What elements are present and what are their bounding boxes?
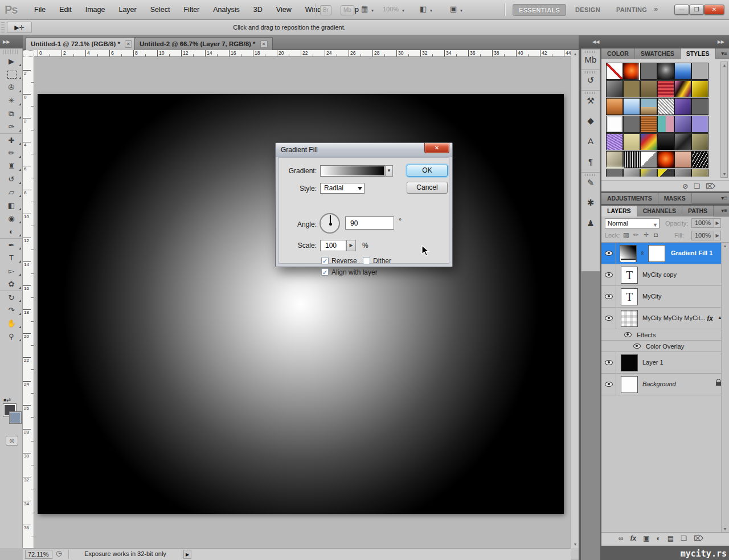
style-swatch[interactable] xyxy=(674,80,691,97)
tab-swatches[interactable]: SWATCHES xyxy=(635,48,681,59)
menu-item[interactable]: Analysis xyxy=(206,0,247,19)
document-tab-2[interactable]: Untitled-2 @ 66.7% (Layer 7, RGB/8) *✕ xyxy=(134,37,273,50)
style-swatch[interactable] xyxy=(623,151,640,168)
tools-dock-collapse[interactable]: ▶▶ xyxy=(0,35,23,48)
path-selection-tool[interactable]: ▻ xyxy=(0,264,23,277)
tab-layers[interactable]: LAYERS xyxy=(601,206,637,216)
clone-stamp-tool[interactable]: ♜ xyxy=(0,160,23,173)
visibility-toggle[interactable] xyxy=(601,374,616,395)
gradient-fill-thumbnail[interactable] xyxy=(620,245,637,262)
visibility-toggle[interactable] xyxy=(601,243,616,264)
fill-value[interactable]: 100% xyxy=(691,231,714,240)
style-swatch[interactable] xyxy=(674,98,691,115)
custom-shape-tool[interactable]: ✿ xyxy=(0,277,23,291)
style-swatch[interactable] xyxy=(606,63,623,80)
menu-item[interactable]: Image xyxy=(79,0,112,19)
gradient-preview-well[interactable] xyxy=(320,165,385,177)
rectangular-marquee-tool[interactable] xyxy=(0,68,23,81)
style-swatch[interactable] xyxy=(623,63,640,80)
tab-close-icon[interactable]: ✕ xyxy=(125,40,132,48)
style-swatch[interactable] xyxy=(691,98,708,115)
history-panel-icon[interactable]: ↺ xyxy=(581,70,600,90)
new-style-button[interactable]: ❏ xyxy=(694,181,700,192)
scroll-down-icon[interactable]: ▼ xyxy=(571,542,579,546)
menu-item[interactable]: Edit xyxy=(52,0,79,19)
layer-name[interactable]: Layer 1 xyxy=(642,359,664,366)
vertical-scrollbar[interactable]: ▲ ▼ xyxy=(571,50,579,548)
style-swatch[interactable] xyxy=(691,63,708,80)
zoom-caret-icon[interactable]: ▾ xyxy=(402,8,404,13)
angle-dial[interactable] xyxy=(320,213,340,234)
brushes-panel-icon[interactable]: ✎ xyxy=(581,172,600,193)
style-swatch[interactable] xyxy=(674,63,691,80)
layer-style-button[interactable]: fx xyxy=(630,533,637,544)
style-swatch[interactable] xyxy=(640,151,657,168)
layers-scrollbar[interactable]: ▲ ▼ xyxy=(721,243,729,532)
style-swatch[interactable] xyxy=(640,80,657,97)
style-swatch[interactable] xyxy=(606,80,623,97)
background-color-swatch[interactable] xyxy=(10,412,21,423)
scroll-down-icon[interactable]: ▼ xyxy=(721,527,729,531)
style-swatch[interactable] xyxy=(606,98,623,115)
tab-adjustments[interactable]: ADJUSTMENTS xyxy=(601,193,658,204)
style-swatch[interactable] xyxy=(674,116,691,133)
zoom-level-button[interactable]: 100% xyxy=(383,6,399,13)
style-swatch[interactable] xyxy=(657,116,674,133)
style-swatch[interactable] xyxy=(606,133,623,150)
lock-transparency-icon[interactable]: ▨ xyxy=(623,231,629,239)
style-swatch[interactable] xyxy=(657,80,674,97)
layer-row-mycity-fx[interactable]: MyCity MyCity MyCit... fx ▲ xyxy=(601,308,729,329)
paragraph-panel-icon[interactable]: ¶ xyxy=(581,152,600,172)
style-swatch[interactable] xyxy=(691,169,708,177)
quick-selection-tool[interactable]: ✳ xyxy=(0,94,23,107)
visibility-toggle[interactable] xyxy=(601,264,616,285)
layer-fx-icon[interactable]: fx xyxy=(707,314,713,322)
layer-row-gradient-fill-1[interactable]: ∞ Gradient Fill 1 xyxy=(601,243,729,264)
tab-color[interactable]: COLOR xyxy=(601,48,635,59)
style-swatch[interactable] xyxy=(657,151,674,168)
style-swatch[interactable] xyxy=(623,116,640,133)
panel-menu-icon[interactable]: ▾≡ xyxy=(721,207,727,214)
visibility-toggle[interactable] xyxy=(601,286,616,307)
arrange-documents-icon[interactable]: ◧ xyxy=(420,5,427,13)
style-swatch[interactable] xyxy=(606,151,623,168)
transparent-layer-thumbnail[interactable] xyxy=(621,310,638,327)
cancel-button[interactable]: Cancel xyxy=(407,182,448,194)
style-swatch[interactable] xyxy=(657,169,674,177)
style-swatch[interactable] xyxy=(657,133,674,150)
color-overlay-label[interactable]: Color Overlay xyxy=(646,343,684,350)
dock-collapse-icon[interactable]: ◀◀ xyxy=(592,35,599,48)
style-swatch[interactable] xyxy=(623,80,640,97)
visibility-toggle[interactable] xyxy=(633,343,644,350)
style-swatch[interactable] xyxy=(657,98,674,115)
lock-pixels-icon[interactable]: ✏ xyxy=(633,231,638,239)
3d-orbit-tool[interactable]: ↷ xyxy=(0,304,23,317)
scale-input[interactable] xyxy=(320,240,346,251)
delete-style-button[interactable]: ⌦ xyxy=(706,181,715,192)
fill-chevron[interactable]: ▶ xyxy=(714,231,721,240)
tab-paths[interactable]: PATHS xyxy=(682,206,714,216)
menu-item[interactable]: View xyxy=(269,0,298,19)
ruler-origin-corner[interactable] xyxy=(23,50,34,57)
effects-label[interactable]: Effects xyxy=(637,332,656,338)
style-swatch[interactable] xyxy=(640,133,657,150)
dock-expand-icon[interactable]: ▶▶ xyxy=(718,35,724,48)
style-swatch[interactable] xyxy=(623,98,640,115)
adjustment-layer-button[interactable]: ◐ xyxy=(657,533,661,544)
workspace-more-chevron[interactable]: » xyxy=(654,5,658,13)
visibility-toggle[interactable] xyxy=(601,352,616,373)
workspace-essentials-button[interactable]: ESSENTIALS xyxy=(513,4,566,16)
layer-thumbnail[interactable] xyxy=(621,354,638,371)
layer-group-button[interactable]: ▤ xyxy=(667,533,674,544)
layer-name[interactable]: Background xyxy=(642,381,676,387)
scroll-up-icon[interactable]: ▲ xyxy=(571,52,579,56)
menu-item[interactable]: 3D xyxy=(247,0,269,19)
style-swatch[interactable] xyxy=(674,169,691,177)
screen-mode-caret-icon[interactable]: ▾ xyxy=(460,8,462,13)
tab-close-icon[interactable]: ✕ xyxy=(260,40,268,48)
text-layer-thumbnail[interactable]: T xyxy=(621,267,638,284)
character-panel-icon[interactable]: A xyxy=(581,131,600,152)
tool-presets-panel-icon[interactable]: ⚒ xyxy=(581,90,600,111)
layer-name[interactable]: MyCity xyxy=(642,293,662,300)
minibridge-button[interactable]: Mb xyxy=(341,5,354,15)
